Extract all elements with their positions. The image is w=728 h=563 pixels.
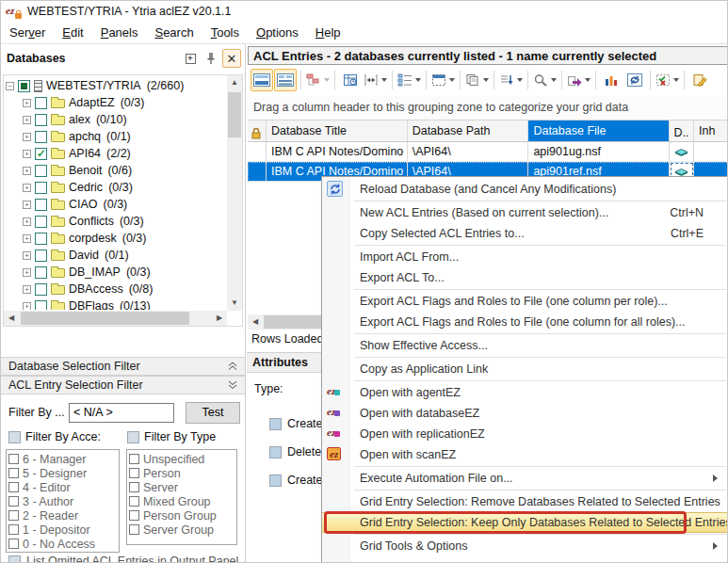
test-button[interactable]: Test [186,402,240,424]
filter-by-access-checkbox[interactable] [8,431,21,443]
list-item[interactable]: Mixed Group [129,494,236,508]
chart-button[interactable] [600,69,623,91]
tree-checkbox[interactable] [35,216,47,228]
menu-item-open-with-databaseez[interactable]: ezOpen with databaseEZ [322,403,728,424]
menu-item-import-acl[interactable]: Import ACL From... [322,247,728,267]
checkbox[interactable] [269,475,282,487]
tree-item[interactable]: +DB_IMAP(0/3) [6,264,225,281]
check-select-button[interactable] [655,69,680,91]
dropdown-icon[interactable] [551,78,557,82]
pin-button[interactable] [202,49,220,68]
list-item[interactable]: 5 - Designer [8,466,119,480]
list-item[interactable]: 2 - Reader [8,508,119,523]
menu-options[interactable]: Options [248,23,307,42]
checkbox[interactable] [129,510,139,521]
list-item[interactable]: Person [129,466,236,480]
sync-button[interactable] [623,69,646,91]
tree-item[interactable]: +CIAO(0/3) [6,196,225,213]
column-header-d[interactable]: D.. [670,121,694,141]
expand-icon[interactable]: + [23,116,31,124]
list-item[interactable]: 3 - Author [8,494,119,508]
expand-icon[interactable]: + [23,234,31,243]
expand-icon[interactable]: + [23,285,31,294]
grid-row[interactable]: IBM C API Notes/Domino 9 \API64\ api901u… [248,142,728,162]
menu-item-copy-as-application-link[interactable]: Copy as Application Link [322,359,728,379]
lock-column-header[interactable] [248,121,267,141]
dropdown-icon[interactable] [483,78,489,82]
expand-icon[interactable]: + [23,167,31,175]
tree-root[interactable]: − WEBTEST/YTRIA (2/660) [6,77,225,94]
expand-icon[interactable]: + [23,302,31,311]
filter-by-input[interactable] [69,403,174,423]
list-item[interactable]: 4 - Editor [8,480,119,494]
checkbox[interactable] [8,510,19,521]
search-button[interactable] [532,69,558,91]
menu-edit[interactable]: Edit [54,23,91,42]
dropdown-icon[interactable] [673,78,679,82]
grouping-rows-button[interactable] [305,69,331,91]
expand-all-button[interactable]: + [181,49,200,68]
tree-item[interactable]: +DBFlags(0/13) [6,298,225,310]
tree-checkbox[interactable] [35,165,47,177]
tree-vertical-scrollbar[interactable]: ▲ ▼ [227,75,242,311]
menu-item-open-with-replicationez[interactable]: ezOpen with replicationEZ [322,424,728,444]
tree-checkbox[interactable] [35,283,47,296]
copy-button[interactable] [464,69,490,91]
menu-item-grid-selection-remove-databases[interactable]: Grid Entry Selection: Remove Databases R… [322,491,728,512]
tree-item[interactable]: +DBAccess(0/8) [6,281,225,298]
scroll-left-icon[interactable]: ◀ [248,314,263,330]
checkbox[interactable] [269,446,282,458]
tree-item[interactable]: +alex(0/10) [6,111,225,128]
database-selection-filter-bar[interactable]: Database Selection Filter [1,357,245,376]
edit-button[interactable] [688,69,711,91]
expand-icon[interactable]: + [23,251,31,260]
checkbox[interactable] [8,496,19,507]
list-item[interactable]: Unspecified [129,452,236,466]
menu-tools[interactable]: Tools [202,23,248,42]
expand-icon[interactable]: + [23,133,31,141]
list-item[interactable]: 1 - Depositor [8,523,119,537]
expand-icon[interactable]: + [23,201,31,209]
grouped-view-button[interactable] [274,69,297,91]
menu-item-export-flags-per-role[interactable]: Export ACL Flags and Roles to File (one … [322,291,728,312]
cell-database-title[interactable]: IBM C API Notes/Domino 9 [267,142,408,161]
filter-by-type-checkbox[interactable] [127,431,139,443]
dropdown-icon[interactable] [415,78,421,82]
scroll-right-icon[interactable]: ▶ [212,311,227,326]
database-book-icon[interactable] [670,142,694,161]
scroll-left-icon[interactable]: ◀ [4,311,19,326]
checkbox[interactable] [129,468,139,478]
menu-item-export-flags-all-roles[interactable]: Export ACL Flags and Roles to File (one … [322,312,728,332]
flat-view-button[interactable] [251,69,273,91]
expand-icon[interactable]: + [23,184,31,192]
list-item[interactable]: 6 - Manager [8,452,119,466]
list-item[interactable]: 0 - No Access [8,537,119,551]
checkbox[interactable] [269,418,282,430]
cell-selection-button[interactable] [430,69,456,91]
tree-checkbox[interactable] [35,148,47,160]
expand-icon[interactable]: + [23,217,31,226]
expand-icon[interactable]: + [23,150,31,158]
tree-item-api64[interactable]: +API64(2/2) [6,145,225,162]
expand-icon[interactable]: + [23,99,31,107]
list-omitted-checkbox[interactable] [8,555,21,563]
close-panel-button[interactable]: ✕ [222,49,241,68]
freeze-pane-button[interactable] [339,69,362,91]
tree-item[interactable]: +AdaptEZ(0/3) [6,94,225,111]
menu-item-open-with-scanez[interactable]: ezOpen with scanEZ [322,444,728,465]
checkbox[interactable] [129,454,139,464]
menu-panels[interactable]: Panels [92,23,147,42]
menu-item-open-with-agentez[interactable]: ezOpen with agentEZ [322,382,728,403]
column-header-database-title[interactable]: Database Title [267,121,408,141]
scrollbar-thumb[interactable] [228,92,241,137]
row-format-button[interactable] [396,69,422,91]
menu-item-grid-tools-options[interactable]: Grid Tools & Options [322,536,728,556]
tree-root-checkbox[interactable] [18,80,30,92]
tree-checkbox[interactable] [35,114,47,126]
scroll-down-icon[interactable]: ▼ [227,296,242,311]
column-header-database-file[interactable]: Database File [528,121,670,141]
tree-checkbox[interactable] [35,131,47,143]
tree-item[interactable]: +Cedric(0/3) [6,179,225,196]
checkbox[interactable] [8,524,19,535]
list-item[interactable]: Server Group [129,523,236,537]
